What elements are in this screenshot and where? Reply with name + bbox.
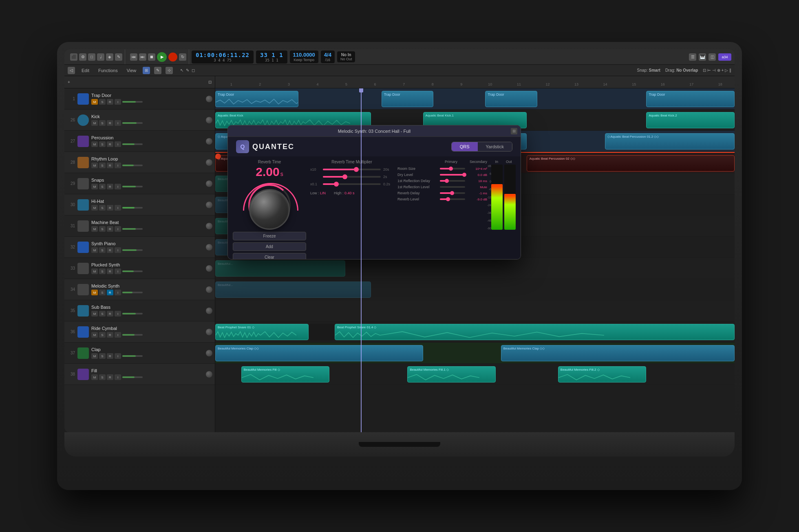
track-item-clap[interactable]: 37 Clap M S R I [64, 343, 215, 364]
mute-btn-32[interactable]: M [91, 247, 98, 253]
track-item-sub-bass[interactable]: 35 Sub Bass M S R I [64, 300, 215, 321]
rewind-button[interactable]: ⏮ [130, 53, 137, 61]
input-btn-27[interactable]: I [115, 141, 121, 147]
track-item-snaps[interactable]: 29 Snaps M S R I [64, 173, 215, 194]
track-item-plucked-synth[interactable]: 33 Plucked Synth M S R I [64, 258, 215, 279]
clip-clap-1[interactable]: Beautiful Memories Clap ◇◇ [215, 345, 423, 361]
input-btn-1[interactable]: I [115, 99, 121, 105]
mute-btn-35[interactable]: M [91, 311, 98, 317]
dry-level-thumb[interactable] [462, 173, 466, 177]
clip-clap-2[interactable]: Beautiful Memories Clap ◇◇ [501, 345, 735, 361]
record-button[interactable] [168, 53, 177, 62]
mult-slider-2[interactable] [323, 176, 381, 178]
reverb-level-slider[interactable] [440, 198, 465, 200]
solo-btn-32[interactable]: S [99, 247, 106, 253]
plugin-close-button[interactable]: ⊠ [511, 128, 517, 134]
record-btn-31[interactable]: R [107, 226, 113, 232]
track-item-machine-beat[interactable]: 31 Machine Beat M S R I [64, 215, 215, 237]
pan-knob-26[interactable] [206, 117, 212, 123]
clip-fill-1[interactable]: Beautiful Memories Fill ◇ [241, 366, 330, 383]
refl-level-slider[interactable] [440, 186, 465, 188]
midi-icon[interactable]: ♩ [97, 53, 104, 61]
pan-knob-28[interactable] [206, 159, 212, 166]
volume-slider-33[interactable] [122, 270, 143, 272]
volume-slider-34[interactable] [122, 292, 143, 293]
volume-slider-32[interactable] [122, 249, 143, 251]
clip-ride-1[interactable]: Beat Prophet Snare 01 ◇ [215, 324, 309, 340]
mute-btn-38[interactable]: M [91, 374, 98, 380]
mute-btn-37[interactable]: M [91, 353, 98, 359]
edit-menu[interactable]: Edit [79, 67, 92, 74]
volume-slider-26[interactable] [122, 122, 143, 124]
volume-slider-35[interactable] [122, 313, 143, 314]
mult-thumb-1[interactable] [354, 167, 359, 172]
solo-btn-27[interactable]: S [99, 141, 106, 147]
input-btn-34[interactable]: I [115, 290, 121, 295]
volume-slider-1[interactable] [122, 101, 143, 103]
mute-btn-26[interactable]: M [91, 120, 98, 126]
record-btn-37[interactable]: R [107, 353, 113, 359]
volume-slider-27[interactable] [122, 143, 143, 145]
record-btn-38[interactable]: R [107, 374, 113, 380]
solo-btn-36[interactable]: S [99, 332, 106, 338]
solo-btn-26[interactable]: S [99, 120, 106, 126]
input-btn-28[interactable]: I [115, 163, 121, 168]
clip-trap-door-2[interactable]: Trap Door [382, 91, 433, 107]
input-btn-36[interactable]: I [115, 332, 121, 338]
track-item-percussion[interactable]: 27 Percussion M S R I [64, 131, 215, 152]
pan-knob-36[interactable] [206, 329, 212, 335]
input-btn-30[interactable]: I [115, 205, 121, 211]
room-size-slider[interactable] [440, 168, 465, 169]
track-item-rhythm-loop[interactable]: 28 Rhythm Loop M S R I [64, 152, 215, 173]
mute-btn-30[interactable]: M [91, 205, 98, 211]
solo-btn-28[interactable]: S [99, 163, 106, 168]
solo-btn-35[interactable]: S [99, 311, 106, 317]
track-item-hihat[interactable]: 30 Hi-Hat M S R I [64, 194, 215, 215]
browser-icon[interactable]: ◫ [709, 53, 716, 61]
volume-slider-28[interactable] [122, 165, 143, 166]
clip-trap-door-3[interactable]: Trap Door [485, 91, 537, 107]
pan-knob-33[interactable] [206, 265, 212, 272]
input-btn-33[interactable]: I [115, 268, 121, 274]
input-btn-31[interactable]: I [115, 226, 121, 232]
clip-rhythm-2[interactable]: Aquatic Beat Percussion 02 ◇◇ [527, 155, 735, 171]
solo-btn-29[interactable]: S [99, 184, 106, 189]
cpu-meter-icon[interactable]: a34 [718, 53, 731, 61]
reverb-level-thumb[interactable] [446, 197, 450, 201]
pencil-icon[interactable]: ✎ [115, 53, 122, 61]
list-icon[interactable]: ☰ [689, 53, 696, 61]
track-item-melodic-synth[interactable]: 34 Melodic Synth M S R I [64, 279, 215, 300]
pan-knob-32[interactable] [206, 244, 212, 251]
solo-btn-38[interactable]: S [99, 374, 106, 380]
input-btn-32[interactable]: I [115, 247, 121, 253]
mute-btn-29[interactable]: M [91, 184, 98, 189]
volume-slider-36[interactable] [122, 334, 143, 336]
solo-btn-34[interactable]: S [99, 290, 106, 295]
clip-plucked-1[interactable]: Beautiful... [215, 260, 345, 277]
track-item-fill[interactable]: 38 Fill M S R I [64, 364, 215, 385]
clear-button[interactable]: Clear [233, 253, 306, 259]
mult-thumb-2[interactable] [342, 174, 347, 179]
dry-level-slider[interactable] [440, 174, 465, 176]
mute-btn-27[interactable]: M [91, 141, 98, 147]
record-btn-28[interactable]: R [107, 163, 113, 168]
record-btn-27[interactable]: R [107, 141, 113, 147]
volume-slider-37[interactable] [122, 355, 143, 357]
clip-perc-3[interactable]: ◇ Aquatic Beat Percussion 01.2 ◇◇ [605, 133, 735, 149]
refl-delay-slider[interactable] [440, 180, 465, 182]
plugin-window-quantec[interactable]: Melodic Synth: 03 Concert Hall - Full ⊠ … [227, 125, 521, 259]
folder-icon[interactable]: ⬛ [70, 53, 77, 61]
edit-tool-icon[interactable]: ✎ [154, 67, 161, 74]
track-item-trap-door[interactable]: 1 Trap Door M S R I [64, 88, 215, 110]
volume-slider-38[interactable] [122, 376, 143, 378]
record-btn-35[interactable]: R [107, 311, 113, 317]
play-button[interactable] [157, 52, 167, 62]
solo-btn-30[interactable]: S [99, 205, 106, 211]
track-item-kick[interactable]: 26 Kick M S R I [64, 110, 215, 131]
track-item-ride-cymbal[interactable]: 36 Ride Cymbal M S R I [64, 321, 215, 343]
pan-knob-27[interactable] [206, 138, 212, 145]
record-btn-26[interactable]: R [107, 120, 113, 126]
input-btn-37[interactable]: I [115, 353, 121, 359]
record-btn-30[interactable]: R [107, 205, 113, 211]
solo-btn-31[interactable]: S [99, 226, 106, 232]
